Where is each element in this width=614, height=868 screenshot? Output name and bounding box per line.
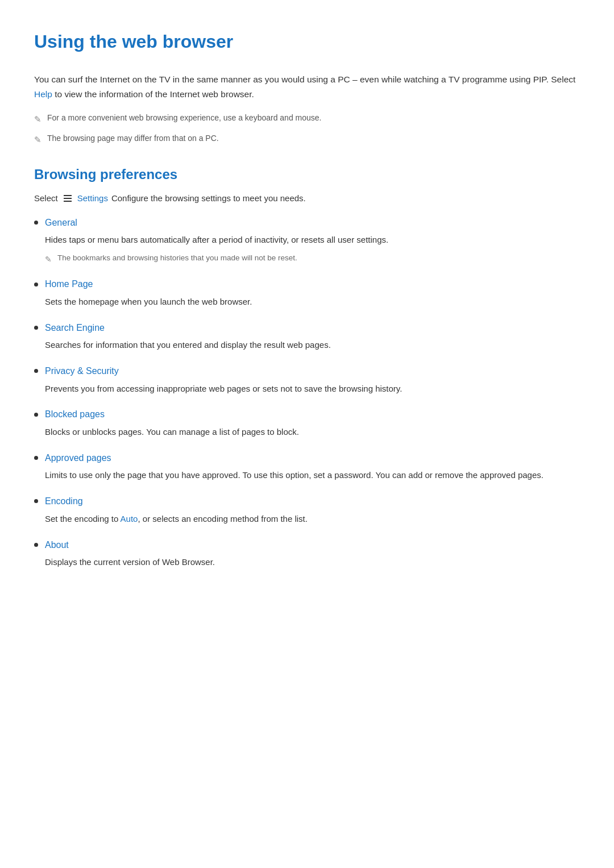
note-item-1: ✎ For a more convenient web browsing exp… — [34, 111, 580, 126]
pref-label-homepage[interactable]: Home Page — [45, 277, 93, 292]
pref-label-general[interactable]: General — [45, 215, 77, 230]
pref-item-homepage-header: Home Page — [34, 277, 580, 292]
settings-intro: Select Settings Configure the browsing s… — [34, 192, 580, 205]
pref-item-approved-pages: Approved pages Limits to use only the pa… — [34, 451, 580, 483]
pref-item-blocked-pages-header: Blocked pages — [34, 407, 580, 422]
pref-item-search-engine: Search Engine Searches for information t… — [34, 321, 580, 352]
intro-text-before: You can surf the Internet on the TV in t… — [34, 74, 575, 84]
page-title: Using the web browser — [34, 27, 580, 56]
settings-intro-before: Select — [34, 192, 58, 205]
browsing-preferences-title: Browsing preferences — [34, 164, 580, 185]
pref-item-privacy-security: Privacy & Security Prevents you from acc… — [34, 364, 580, 396]
note-item-2: ✎ The browsing page may differ from that… — [34, 132, 580, 147]
pref-label-privacy-security[interactable]: Privacy & Security — [45, 364, 119, 379]
pref-label-encoding[interactable]: Encoding — [45, 494, 83, 509]
bullet-about — [34, 543, 38, 547]
note-text-1: For a more convenient web browsing exper… — [47, 111, 322, 124]
pref-label-approved-pages[interactable]: Approved pages — [45, 451, 111, 466]
bullet-approved-pages — [34, 456, 38, 460]
pref-desc-privacy-security: Prevents you from accessing inappropriat… — [45, 382, 580, 396]
intro-paragraph: You can surf the Internet on the TV in t… — [34, 72, 580, 101]
bullet-encoding — [34, 499, 38, 503]
sub-note-text-general: The bookmarks and browsing histories tha… — [57, 252, 297, 264]
preferences-list: General Hides taps or menu bars automati… — [34, 215, 580, 570]
pref-item-general-header: General — [34, 215, 580, 230]
encoding-auto-link[interactable]: Auto — [121, 514, 138, 524]
pref-desc-about: Displays the current version of Web Brow… — [45, 555, 580, 570]
pref-desc-general: Hides taps or menu bars automatically af… — [45, 233, 580, 247]
pref-item-about-header: About — [34, 538, 580, 553]
pref-item-general: General Hides taps or menu bars automati… — [34, 215, 580, 266]
pref-item-homepage: Home Page Sets the homepage when you lau… — [34, 277, 580, 309]
pref-item-about: About Displays the current version of We… — [34, 538, 580, 570]
pref-item-blocked-pages: Blocked pages Blocks or unblocks pages. … — [34, 407, 580, 439]
encoding-desc-after: , or selects an encoding method from the… — [138, 514, 307, 524]
bullet-privacy-security — [34, 369, 38, 373]
bullet-general — [34, 221, 38, 225]
menu-icon — [64, 195, 72, 202]
bullet-search-engine — [34, 326, 38, 330]
pref-item-encoding: Encoding Set the encoding to Auto, or se… — [34, 494, 580, 526]
settings-link[interactable]: Settings — [77, 192, 108, 205]
pref-item-encoding-header: Encoding — [34, 494, 580, 509]
pref-desc-homepage: Sets the homepage when you launch the we… — [45, 295, 580, 309]
pref-item-search-engine-header: Search Engine — [34, 321, 580, 335]
pencil-icon-general: ✎ — [45, 253, 52, 265]
pref-item-privacy-security-header: Privacy & Security — [34, 364, 580, 379]
pref-desc-search-engine: Searches for information that you entere… — [45, 338, 580, 352]
pref-desc-approved-pages: Limits to use only the page that you hav… — [45, 468, 580, 483]
pencil-icon-2: ✎ — [34, 133, 42, 147]
note-text-2: The browsing page may differ from that o… — [47, 132, 219, 144]
sub-note-general: ✎ The bookmarks and browsing histories t… — [45, 252, 580, 265]
intro-text-after: to view the information of the Internet … — [52, 89, 254, 99]
pref-label-blocked-pages[interactable]: Blocked pages — [45, 407, 105, 422]
bullet-homepage — [34, 283, 38, 286]
pref-label-about[interactable]: About — [45, 538, 69, 553]
pref-item-approved-pages-header: Approved pages — [34, 451, 580, 466]
pref-desc-encoding: Set the encoding to Auto, or selects an … — [45, 512, 580, 526]
pencil-icon-1: ✎ — [34, 113, 42, 126]
help-link[interactable]: Help — [34, 89, 52, 99]
pref-desc-blocked-pages: Blocks or unblocks pages. You can manage… — [45, 425, 580, 439]
pref-label-search-engine[interactable]: Search Engine — [45, 321, 105, 335]
encoding-desc-before: Set the encoding to — [45, 514, 121, 524]
settings-intro-after: Configure the browsing settings to meet … — [111, 192, 306, 205]
bullet-blocked-pages — [34, 413, 38, 417]
